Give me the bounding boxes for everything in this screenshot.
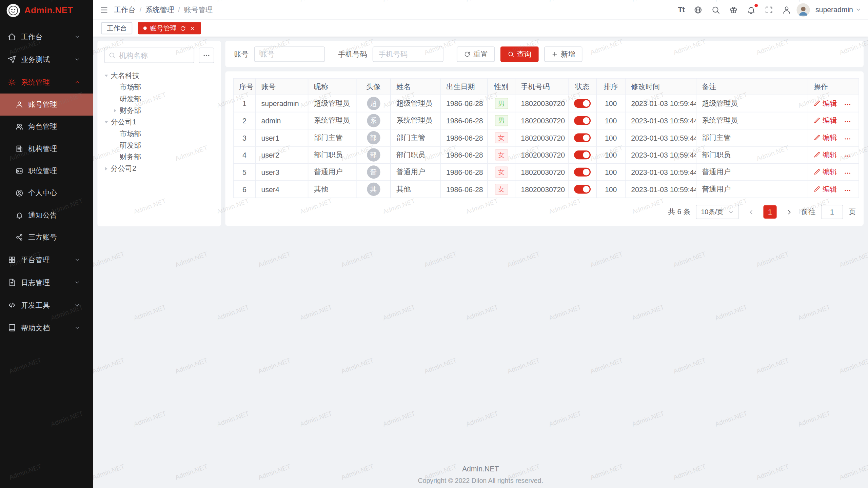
- sidebar-subitem[interactable]: 个人中心: [0, 182, 93, 204]
- sidebar-item[interactable]: 日志管理: [0, 271, 93, 294]
- tree-node[interactable]: 研发部: [104, 139, 214, 151]
- org-search-input[interactable]: [104, 47, 194, 63]
- sidebar-subitem[interactable]: 账号管理: [0, 94, 93, 116]
- help-icon: [8, 324, 16, 332]
- edit-button[interactable]: 编辑: [814, 150, 837, 160]
- status-switch[interactable]: [574, 185, 591, 194]
- notification-bell-icon[interactable]: [747, 5, 756, 14]
- page-size-select[interactable]: 10条/页: [696, 205, 739, 219]
- status-switch[interactable]: [574, 134, 591, 142]
- switch-knob: [583, 186, 590, 193]
- tree-node[interactable]: 市场部: [104, 128, 214, 139]
- font-size-icon[interactable]: Tt: [678, 5, 685, 14]
- sidebar-subitem[interactable]: 机构管理: [0, 138, 93, 160]
- tree-more-button[interactable]: [199, 47, 214, 63]
- view-tab[interactable]: 工作台: [101, 22, 132, 34]
- edit-icon: [814, 117, 821, 124]
- edit-button[interactable]: 编辑: [814, 167, 837, 177]
- chevron-down-icon: [74, 302, 80, 308]
- phone-input[interactable]: [373, 46, 443, 62]
- tree-caret-icon[interactable]: [105, 121, 108, 123]
- theme-icon[interactable]: [729, 5, 738, 14]
- reset-button[interactable]: 重置: [457, 46, 495, 62]
- status-switch[interactable]: [574, 99, 591, 108]
- home-icon: [8, 33, 16, 41]
- breadcrumb-item[interactable]: 系统管理: [145, 5, 174, 15]
- user-menu[interactable]: superadmin: [815, 5, 861, 14]
- chevron-down-icon: [855, 7, 861, 13]
- cell-status: [568, 181, 596, 198]
- locale-icon[interactable]: [694, 5, 703, 14]
- cell-modified: 2023-01-03 10:59:44: [625, 146, 696, 164]
- search-icon[interactable]: [711, 5, 720, 14]
- sidebar-subitem[interactable]: 三方账号: [0, 226, 93, 248]
- cell-phone: 18020030720: [515, 112, 568, 129]
- tree-node[interactable]: 大名科技: [104, 70, 214, 81]
- sidebar-subitem[interactable]: 角色管理: [0, 116, 93, 138]
- breadcrumb: 工作台/系统管理/账号管理: [114, 5, 672, 15]
- row-more-button[interactable]: [844, 169, 851, 177]
- row-more-button[interactable]: [844, 187, 851, 195]
- gender-tag: 男: [495, 115, 508, 126]
- tree-node-label: 市场部: [120, 129, 141, 139]
- tab-refresh-icon[interactable]: [180, 25, 186, 31]
- sidebar-item[interactable]: 业务测试: [0, 48, 93, 71]
- status-switch[interactable]: [574, 168, 591, 177]
- breadcrumb-item[interactable]: 工作台: [114, 5, 136, 15]
- sidebar-item[interactable]: 系统管理: [0, 71, 93, 94]
- tree-node[interactable]: 市场部: [104, 81, 214, 93]
- current-page[interactable]: 1: [763, 205, 776, 219]
- edit-button[interactable]: 编辑: [814, 116, 837, 125]
- edit-label: 编辑: [823, 167, 837, 177]
- cell-actions: 编辑: [808, 146, 859, 164]
- edit-button[interactable]: 编辑: [814, 133, 837, 142]
- sidebar-item[interactable]: 工作台: [0, 25, 93, 48]
- cell-remark: 部门职员: [696, 146, 808, 164]
- row-more-button[interactable]: [844, 135, 851, 143]
- app-logo[interactable]: Admin.NET: [0, 0, 93, 21]
- tree-node[interactable]: 研发部: [104, 93, 214, 104]
- cell-sort: 100: [596, 112, 625, 129]
- account-input[interactable]: [254, 46, 325, 62]
- fullscreen-icon[interactable]: [765, 5, 773, 14]
- row-more-button[interactable]: [844, 101, 851, 109]
- row-more-button[interactable]: [844, 152, 851, 160]
- cell-name: 系统管理员: [391, 112, 440, 129]
- accounts-panel: 序号账号昵称头像姓名出生日期性别手机号码状态排序修改时间备注操作 1supera…: [225, 72, 863, 226]
- tree-node[interactable]: 财务部: [104, 105, 214, 116]
- tree-caret-icon[interactable]: [114, 109, 116, 112]
- status-switch[interactable]: [574, 151, 591, 160]
- prev-page-button[interactable]: [745, 205, 758, 219]
- tree-node[interactable]: 财务部: [104, 151, 214, 163]
- chevron-down-icon: [74, 279, 80, 285]
- sidebar-subitem[interactable]: 通知公告: [0, 204, 93, 226]
- add-button[interactable]: 新增: [544, 46, 583, 62]
- tab-close-icon[interactable]: [189, 25, 195, 31]
- goto-page-input[interactable]: [821, 205, 843, 219]
- tree-caret-icon[interactable]: [105, 75, 108, 77]
- sidebar-subitem[interactable]: 职位管理: [0, 160, 93, 182]
- cell-gender: 男: [488, 112, 515, 129]
- sidebar-item[interactable]: 平台管理: [0, 248, 93, 271]
- tree-caret-icon[interactable]: [105, 167, 107, 170]
- search-button[interactable]: 查询: [500, 46, 539, 62]
- org-tree: 大名科技市场部研发部财务部分公司1市场部研发部财务部分公司2: [104, 70, 214, 175]
- status-switch[interactable]: [574, 116, 591, 125]
- edit-button[interactable]: 编辑: [814, 98, 837, 108]
- user-avatar[interactable]: [796, 3, 810, 16]
- cell-remark: 普通用户: [696, 181, 808, 198]
- page-size-label: 10条/页: [701, 207, 723, 217]
- sidebar-subitem-label: 通知公告: [28, 210, 57, 220]
- edit-button[interactable]: 编辑: [814, 184, 837, 194]
- column-header: 头像: [356, 78, 391, 95]
- sidebar-item[interactable]: 帮助文档: [0, 317, 93, 339]
- sidebar-item[interactable]: 开发工具: [0, 294, 93, 317]
- menu-collapse-icon[interactable]: [100, 5, 108, 14]
- row-more-button[interactable]: [844, 118, 851, 126]
- tree-node[interactable]: 分公司1: [104, 116, 214, 128]
- cell-account: admin: [255, 112, 308, 129]
- tree-node[interactable]: 分公司2: [104, 163, 214, 174]
- user-settings-icon[interactable]: [782, 5, 791, 14]
- view-tab[interactable]: 账号管理: [138, 22, 201, 34]
- next-page-button[interactable]: [782, 205, 795, 219]
